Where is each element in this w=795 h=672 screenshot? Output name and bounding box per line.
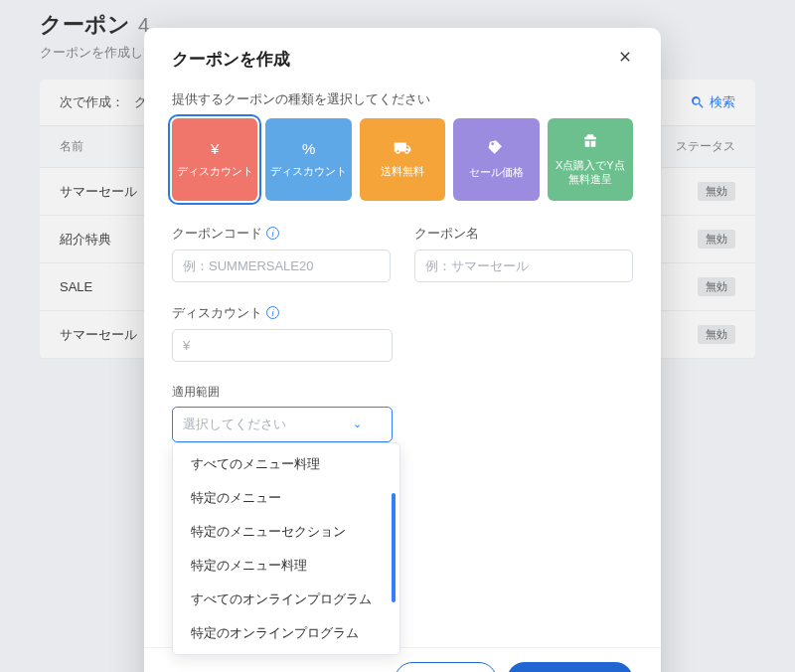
yen-icon: ¥ [211,140,219,157]
type-card-label: セール価格 [469,165,524,179]
close-button[interactable] [617,49,633,70]
close-icon [617,49,633,65]
coupon-name-input[interactable] [414,250,633,282]
type-card-label: ディスカウント [270,164,347,178]
scope-option[interactable]: すべてのメニュー料理 [173,447,399,481]
coupon-code-input[interactable] [172,250,391,282]
cancel-button[interactable]: キャンセル [395,662,497,672]
info-icon[interactable]: i [266,227,279,240]
type-card-sale-price[interactable]: セール価格 [453,118,539,201]
scope-option[interactable]: 特定のオンラインプログラム [173,616,399,650]
discount-label: ディスカウント [172,304,262,322]
scope-select[interactable]: 選択してください ⌄ [172,407,393,442]
submit-button[interactable]: クーポンを作成 [507,662,633,672]
discount-input[interactable] [172,329,393,362]
chevron-down-icon: ⌄ [353,418,362,430]
coupon-type-label: 提供するクーポンの種類を選択してください [172,90,633,108]
scope-section-label: 適用範囲 [172,384,633,401]
scope-option[interactable]: 特定のメニュー料理 [173,549,399,583]
percent-icon: % [302,140,315,157]
type-card-free-shipping[interactable]: 送料無料 [360,118,445,201]
type-card-label: 送料無料 [381,164,424,178]
type-card-buy-x-get-y[interactable]: X点購入でY点無料進呈 [548,118,633,201]
scope-dropdown: すべてのメニュー料理 特定のメニュー 特定のメニューセクション 特定のメニュー料… [172,442,400,655]
scope-option[interactable]: 特定のメニューセクション [173,515,399,549]
scope-option[interactable]: 特定のメニュー [173,481,399,515]
scope-select-placeholder: 選択してください [183,416,286,433]
type-card-fixed-discount[interactable]: ¥ ディスカウント [172,118,257,201]
modal-overlay: クーポンを作成 提供するクーポンの種類を選択してください ¥ ディスカウント %… [0,0,795,672]
type-card-percent-discount[interactable]: % ディスカウント [265,118,351,201]
coupon-code-label: クーポンコード [172,225,262,243]
truck-icon [394,140,411,157]
create-coupon-modal: クーポンを作成 提供するクーポンの種類を選択してください ¥ ディスカウント %… [144,28,661,672]
tag-icon [488,139,504,158]
coupon-name-label: クーポン名 [414,225,479,243]
modal-title: クーポンを作成 [172,48,290,71]
type-card-label: X点購入でY点無料進呈 [552,158,629,187]
info-icon[interactable]: i [266,306,279,319]
scope-option[interactable]: すべてのオンラインプログラム [173,583,399,616]
type-card-label: ディスカウント [177,164,253,178]
gift-icon [582,132,598,151]
